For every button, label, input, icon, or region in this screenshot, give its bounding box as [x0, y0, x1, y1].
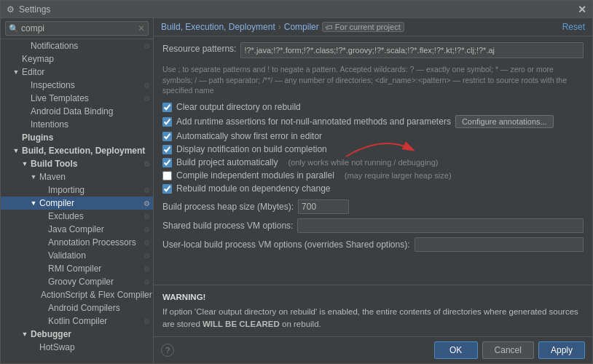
warning-title: WARNING!: [162, 291, 584, 304]
warning-quoted: Clear output directory on rebuild: [196, 307, 315, 316]
bottom-left: ?: [161, 344, 174, 357]
cb-rebuild-dependency[interactable]: [162, 184, 172, 194]
sidebar-action-icon: ⚙: [144, 160, 150, 168]
cb-display-notification[interactable]: [162, 145, 172, 154]
sidebar-item-build-execution-deployment[interactable]: ▼ Build, Execution, Deployment: [1, 144, 153, 157]
reset-button[interactable]: Reset: [562, 22, 585, 32]
breadcrumb-part1: Build, Execution, Deployment: [161, 22, 275, 32]
sidebar-item-keymap[interactable]: Keymap: [1, 52, 153, 66]
sidebar-item-label: ActionScript & Flex Compiler: [41, 290, 152, 300]
breadcrumb: Build, Execution, Deployment › Compiler …: [161, 22, 404, 32]
settings-icon: ⚙: [7, 4, 15, 15]
cb-clear-output[interactable]: [162, 103, 172, 112]
checkbox-runtime-assertions: Add runtime assertions for not-null-anno…: [162, 115, 584, 128]
sidebar-item-intentions[interactable]: Intentions: [1, 118, 153, 131]
resource-patterns-input[interactable]: [240, 42, 584, 58]
window-title: Settings: [19, 4, 50, 15]
checkbox-show-first-error: Automatically show first error in editor: [162, 131, 584, 141]
search-icon: 🔍: [9, 24, 19, 33]
cb-rebuild-dependency-label: Rebuild module on dependency change: [176, 183, 331, 194]
sidebar-item-actionscript-flex[interactable]: ActionScript & Flex Compiler ⚙: [1, 288, 153, 301]
configure-annotations-button[interactable]: Configure annotations...: [455, 115, 554, 128]
sidebar-action-icon: ⚙: [144, 82, 150, 90]
sidebar-item-hotswap[interactable]: HotSwap: [1, 341, 153, 354]
arrow-icon: ▼: [12, 147, 20, 154]
warning-text: If option 'Clear output directory on reb…: [162, 306, 584, 331]
sidebar-item-validation[interactable]: Validation ⚙: [1, 249, 153, 262]
close-button[interactable]: ✕: [578, 4, 586, 15]
sidebar-action-icon: ⚙: [144, 213, 150, 221]
sidebar-item-android-data-binding[interactable]: Android Data Binding: [1, 105, 153, 118]
cb-runtime-assertions[interactable]: [162, 117, 172, 127]
sidebar: 🔍 ✕ Notifications ⚙ Keymap ▼ Editor: [1, 18, 154, 363]
sidebar-item-annotation-processors[interactable]: Annotation Processors ⚙: [1, 236, 153, 249]
settings-content: Resource patterns: Use ; to separate pat…: [154, 36, 592, 285]
sidebar-item-importing[interactable]: Importing ⚙: [1, 183, 153, 197]
sidebar-item-android-compilers[interactable]: Android Compilers: [1, 301, 153, 314]
checkbox-parallel: Compile independent modules in parallel: [162, 170, 334, 181]
sidebar-item-groovy-compiler[interactable]: Groovy Compiler ⚙: [1, 275, 153, 288]
shared-vm-input[interactable]: [297, 218, 584, 233]
cb-runtime-assertions-label: Add runtime assertions for not-null-anno…: [176, 116, 451, 127]
search-input[interactable]: [21, 23, 138, 33]
sidebar-item-rmi-compiler[interactable]: RMI Compiler ⚙: [1, 262, 153, 275]
arrow-icon: ▼: [21, 160, 28, 167]
cb-parallel[interactable]: [162, 171, 172, 181]
cancel-button[interactable]: Cancel: [482, 341, 534, 359]
breadcrumb-separator: ›: [278, 22, 281, 32]
sidebar-action-icon: ⚙: [144, 95, 150, 103]
sidebar-item-editor[interactable]: ▼ Editor: [1, 66, 153, 79]
sidebar-action-icon: ⚙: [144, 239, 150, 247]
sidebar-item-kotlin-compiler[interactable]: Kotlin Compiler ⚙: [1, 314, 153, 328]
breadcrumb-tag-text: For current project: [335, 23, 401, 31]
checkbox-display-notification: Display notification on build completion: [162, 144, 584, 154]
sidebar-action-icon: ⚙: [144, 278, 150, 286]
sidebar-item-maven[interactable]: ▼ Maven: [1, 170, 153, 183]
sidebar-item-notifications[interactable]: Notifications ⚙: [1, 39, 153, 52]
tag-icon: 🏷: [326, 23, 333, 31]
checkbox-clear-output: Clear output directory on rebuild: [162, 102, 584, 112]
cb-parallel-label: Compile independent modules in parallel: [176, 170, 334, 181]
sidebar-item-excludes[interactable]: Excludes ⚙: [1, 210, 153, 223]
sidebar-item-label: Keymap: [22, 54, 54, 64]
sidebar-action-icon: ⚙: [144, 199, 150, 207]
ok-button[interactable]: OK: [434, 341, 478, 359]
sidebar-action-icon: ⚙: [144, 252, 150, 260]
search-clear-icon[interactable]: ✕: [138, 23, 145, 33]
settings-window: ⚙ Settings ✕ 🔍 ✕ Notifications ⚙: [0, 0, 593, 364]
sidebar-item-label: Android Compilers: [48, 303, 120, 313]
sidebar-item-live-templates[interactable]: Live Templates ⚙: [1, 92, 153, 105]
sidebar-item-label: Importing: [48, 185, 85, 195]
user-local-vm-input[interactable]: [415, 237, 584, 252]
sidebar-item-label: HotSwap: [39, 342, 75, 352]
help-button[interactable]: ?: [161, 344, 174, 357]
sidebar-item-build-tools[interactable]: ▼ Build Tools ⚙: [1, 157, 153, 170]
sidebar-item-java-compiler[interactable]: Java Compiler ⚙: [1, 223, 153, 236]
apply-button[interactable]: Apply: [538, 341, 585, 359]
sidebar-item-label: Annotation Processors: [48, 237, 136, 248]
sidebar-action-icon: ⚙: [144, 226, 150, 234]
cb-display-notification-label: Display notification on build completion: [176, 144, 327, 154]
sidebar-item-label: Debugger: [31, 329, 71, 339]
heap-size-input[interactable]: [298, 199, 349, 214]
sidebar-item-inspections[interactable]: Inspections ⚙: [1, 79, 153, 92]
arrow-icon: ▼: [30, 199, 37, 207]
sidebar-item-compiler[interactable]: ▼ Compiler ⚙: [1, 197, 153, 210]
sidebar-item-label: Compiler: [39, 198, 74, 208]
cb-clear-output-label: Clear output directory on rebuild: [176, 102, 301, 112]
bottom-bar: ? OK Cancel Apply: [154, 336, 592, 363]
resource-patterns-label: Resource patterns:: [162, 42, 236, 54]
sidebar-item-debugger[interactable]: ▼ Debugger: [1, 328, 153, 341]
warning-emphasis: WILL BE CLEARED: [203, 320, 280, 328]
title-bar-left: ⚙ Settings: [7, 4, 50, 15]
heap-size-row: Build process heap size (Mbytes):: [162, 199, 584, 214]
cb-show-first-error[interactable]: [162, 132, 172, 141]
sidebar-item-label: Kotlin Compiler: [48, 316, 107, 326]
main-area: 🔍 ✕ Notifications ⚙ Keymap ▼ Editor: [1, 18, 592, 363]
sidebar-action-icon: ⚙: [144, 186, 150, 194]
breadcrumb-tag: 🏷 For current project: [322, 22, 404, 32]
checkbox-parallel-row: Compile independent modules in parallel …: [162, 170, 584, 181]
cb-build-automatically[interactable]: [162, 158, 172, 167]
sidebar-item-label: Excludes: [48, 211, 84, 221]
sidebar-action-icon: ⚙: [144, 317, 150, 325]
